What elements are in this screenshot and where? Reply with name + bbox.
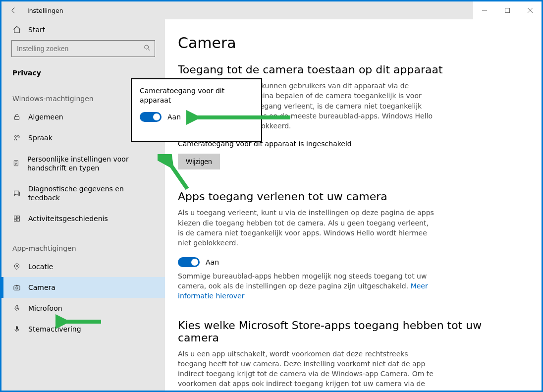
microphone-icon — [12, 304, 21, 312]
section1-title: Toegang tot de camera toestaan op dit ap… — [178, 63, 522, 76]
svg-point-2 — [145, 45, 149, 49]
sidebar-home-label: Start — [28, 25, 45, 34]
section2-title: Apps toegang verlenen tot uw camera — [178, 190, 522, 203]
change-button[interactable]: Wijzigen — [178, 154, 220, 169]
content-area: Camera Toegang tot de camera toestaan op… — [165, 19, 542, 391]
sidebar-item-camera[interactable]: Camera — [1, 277, 165, 298]
pen-icon — [12, 160, 20, 168]
toggle-track[interactable] — [140, 112, 162, 122]
sidebar-item-label: Camera — [28, 283, 55, 292]
sidebar-item-microfoon[interactable]: Microfoon — [1, 298, 165, 319]
sidebar-item-label: Diagnostische gegevens en feedback — [28, 184, 155, 202]
search-field[interactable] — [11, 40, 155, 57]
svg-rect-12 — [14, 285, 20, 290]
sidebar-item-label: Algemeen — [28, 112, 63, 121]
toggle-track[interactable] — [178, 257, 200, 267]
sidebar-item-diagnose[interactable]: Diagnostische gegevens en feedback — [1, 178, 165, 208]
speech-icon — [12, 134, 21, 142]
sidebar-item-label: Locatie — [28, 262, 53, 271]
sidebar-item-label: Activiteitsgeschiedenis — [28, 214, 108, 223]
svg-rect-15 — [16, 326, 18, 330]
svg-rect-10 — [17, 219, 20, 221]
sidebar-item-activiteit[interactable]: Activiteitsgeschiedenis — [1, 208, 165, 229]
svg-rect-9 — [14, 220, 17, 221]
svg-rect-8 — [17, 216, 20, 218]
camera-icon — [12, 283, 21, 291]
section2-body: Als u toegang verleent, kunt u via de in… — [178, 208, 435, 248]
svg-rect-14 — [16, 305, 18, 309]
sidebar-item-handschrift[interactable]: Persoonlijke instellingen voor handschri… — [1, 149, 165, 178]
apps-access-toggle[interactable]: Aan — [178, 257, 522, 267]
section3-body: Als u een app uitschakelt, wordt voorkom… — [178, 349, 435, 391]
sidebar-item-label: Stemactivering — [28, 325, 81, 334]
sidebar-section: Privacy — [1, 66, 165, 80]
svg-point-5 — [14, 136, 16, 138]
device-camera-popup: Cameratoegang voor dit apparaat Aan — [131, 78, 262, 142]
window-controls — [473, 1, 542, 19]
lock-icon — [12, 113, 21, 121]
maximize-button[interactable] — [496, 1, 519, 19]
sidebar-home[interactable]: Start — [1, 19, 165, 40]
svg-point-11 — [16, 265, 17, 267]
sidebar-item-locatie[interactable]: Locatie — [1, 256, 165, 277]
device-camera-toggle[interactable]: Aan — [140, 112, 253, 122]
svg-rect-4 — [14, 117, 19, 120]
sidebar-item-label: Microfoon — [28, 304, 62, 313]
titlebar: Instellingen — [1, 1, 542, 19]
minimize-button[interactable] — [473, 1, 496, 19]
sidebar-group-apps: App-machtigingen — [1, 229, 165, 256]
history-icon — [12, 215, 21, 223]
sidebar-item-label: Spraak — [28, 133, 53, 142]
back-button[interactable] — [1, 1, 25, 19]
toggle-state: Aan — [206, 258, 219, 266]
close-button[interactable] — [519, 1, 542, 19]
search-input[interactable] — [11, 40, 155, 57]
sidebar: Start Privacy Windows-machtigingen Algem… — [1, 19, 165, 391]
home-icon — [12, 25, 21, 34]
svg-rect-1 — [505, 8, 510, 13]
sidebar-item-stemactivering[interactable]: Stemactivering — [1, 319, 165, 339]
window-title: Instellingen — [25, 7, 63, 14]
feedback-icon — [12, 189, 21, 197]
section3-title: Kies welke Microsoft Store-apps toegang … — [178, 319, 522, 344]
search-icon — [143, 44, 151, 54]
page-title: Camera — [178, 34, 522, 52]
toggle-state: Aan — [167, 113, 181, 121]
voice-icon — [12, 325, 21, 333]
section2-footer: Sommige bureaublad-apps hebben mogelijk … — [178, 271, 435, 301]
popup-label: Cameratoegang voor dit apparaat — [140, 86, 253, 105]
svg-line-3 — [148, 49, 150, 51]
svg-rect-7 — [14, 216, 17, 219]
svg-point-13 — [16, 286, 18, 289]
location-icon — [12, 263, 21, 271]
sidebar-item-label: Persoonlijke instellingen voor handschri… — [27, 155, 155, 172]
